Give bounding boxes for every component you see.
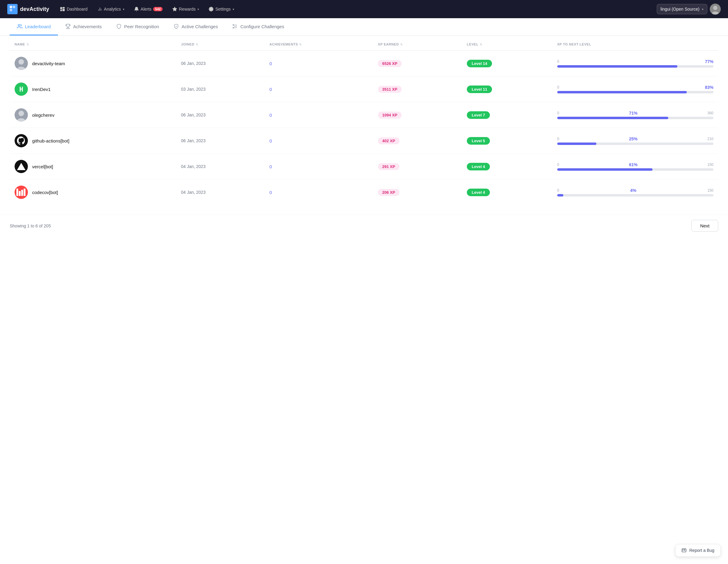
user-joined: 04 Jan, 2023 [176, 154, 265, 180]
report-bug-button[interactable]: Report a Bug [675, 544, 721, 557]
nav-settings[interactable]: Settings ▾ [205, 4, 238, 14]
svg-rect-36 [24, 189, 25, 196]
next-button[interactable]: Next [691, 220, 718, 232]
alerts-badge: 542 [153, 7, 162, 11]
achievements-link[interactable]: 0 [269, 164, 272, 169]
achievements-link[interactable]: 0 [269, 61, 272, 66]
user-joined: 06 Jan, 2023 [176, 128, 265, 154]
progress-percent: 71% [629, 111, 638, 116]
tab-peer-recognition-label: Peer Recognition [124, 24, 159, 29]
tab-leaderboard-label: Leaderboard [25, 24, 51, 29]
svg-rect-6 [60, 10, 62, 11]
org-selector[interactable]: lingui (Open Source) ▾ [657, 4, 707, 14]
user-xp: 1094 XP [373, 102, 462, 128]
progress-min-label: 0 [557, 111, 559, 115]
svg-rect-5 [63, 9, 65, 11]
svg-rect-0 [10, 6, 12, 8]
user-achievements[interactable]: 0 [265, 102, 373, 128]
user-progress: 0 25% 210 [552, 128, 718, 154]
nav-rewards[interactable]: Rewards ▾ [169, 4, 203, 14]
level-badge: Level 5 [467, 137, 490, 145]
progress-bar-cell: 0 83% [557, 85, 713, 93]
progress-bar-cell: 0 4% 150 [557, 188, 713, 197]
rewards-chevron-icon: ▾ [197, 8, 199, 11]
table-row: codecov[bot]04 Jan, 20230206 XPLevel 4 0… [10, 180, 718, 205]
xp-badge: 402 XP [378, 137, 399, 144]
col-achievements[interactable]: ACHIEVEMENTS⇅ [265, 38, 373, 51]
app-logo[interactable]: devActivity [7, 4, 49, 14]
progress-bar-cell: 0 71% 360 [557, 111, 713, 119]
nav-dashboard[interactable]: Dashboard [56, 4, 91, 14]
user-avatar[interactable] [710, 4, 721, 15]
user-achievements[interactable]: 0 [265, 51, 373, 76]
org-name: lingui (Open Source) [661, 7, 699, 12]
achievements-link[interactable]: 0 [269, 190, 272, 195]
progress-min-label: 0 [557, 163, 559, 167]
svg-point-15 [18, 24, 20, 26]
svg-point-20 [233, 27, 234, 28]
user-xp: 6526 XP [373, 51, 462, 76]
svg-point-22 [19, 59, 24, 65]
user-achievements[interactable]: 0 [265, 76, 373, 102]
tab-leaderboard[interactable]: Leaderboard [10, 18, 58, 35]
user-achievements[interactable]: 0 [265, 180, 373, 205]
user-name-cell: codecov[bot] [10, 180, 176, 205]
user-achievements[interactable]: 0 [265, 154, 373, 180]
svg-rect-33 [16, 189, 18, 196]
user-level: Level 5 [462, 128, 552, 154]
user-achievements[interactable]: 0 [265, 128, 373, 154]
col-xp-next-level: XP TO NEXT LEVEL [552, 38, 718, 51]
user-avatar-devactivity-team [15, 57, 28, 70]
achievements-link[interactable]: 0 [269, 87, 272, 92]
progress-bar-fill [557, 168, 652, 171]
tab-peer-recognition[interactable]: Peer Recognition [109, 18, 166, 35]
xp-badge: 6526 XP [378, 60, 402, 67]
level-badge: Level 4 [467, 163, 490, 171]
svg-point-29 [15, 134, 28, 147]
user-xp: 402 XP [373, 128, 462, 154]
level-badge: Level 4 [467, 189, 490, 196]
table-row: devactivity-team06 Jan, 202306526 XPLeve… [10, 51, 718, 76]
report-bug-label: Report a Bug [689, 548, 715, 553]
table-row: github-actions[bot]06 Jan, 20230402 XPLe… [10, 128, 718, 154]
progress-bar-bg [557, 65, 713, 68]
user-progress: 0 4% 150 [552, 180, 718, 205]
col-xp-earned[interactable]: XP EARNED⇅ [373, 38, 462, 51]
progress-bar-cell: 0 25% 210 [557, 137, 713, 145]
level-badge: Level 14 [467, 60, 492, 67]
achievements-link[interactable]: 0 [269, 113, 272, 118]
showing-text: Showing 1 to 6 of 205 [10, 224, 51, 228]
nav-dashboard-label: Dashboard [67, 7, 88, 12]
user-joined: 03 Jan, 2023 [176, 76, 265, 102]
user-xp: 291 XP [373, 154, 462, 180]
achievements-link[interactable]: 0 [269, 138, 272, 144]
user-name-cell: devactivity-team [10, 51, 176, 76]
xp-badge: 206 XP [378, 189, 399, 196]
user-name: codecov[bot] [32, 190, 58, 195]
logo-text: devActivity [20, 6, 49, 12]
level-badge: Level 11 [467, 86, 492, 93]
svg-rect-4 [63, 7, 65, 8]
progress-percent: 25% [629, 137, 638, 141]
nav-alerts-label: Alerts [141, 7, 152, 12]
user-level: Level 4 [462, 180, 552, 205]
settings-chevron-icon: ▾ [233, 8, 234, 11]
progress-bar-bg [557, 143, 713, 145]
tab-configure-challenges[interactable]: Configure Challenges [225, 18, 291, 35]
col-name[interactable]: NAME⇅ [10, 38, 176, 51]
progress-max-label: 150 [707, 163, 713, 167]
user-joined: 04 Jan, 2023 [176, 180, 265, 205]
col-level[interactable]: LEVEL⇅ [462, 38, 552, 51]
nav-alerts[interactable]: Alerts 542 [130, 4, 166, 14]
progress-percent: 77% [705, 59, 713, 64]
tab-active-challenges[interactable]: Active Challenges [166, 18, 225, 35]
user-joined: 06 Jan, 2023 [176, 102, 265, 128]
svg-rect-3 [60, 7, 62, 9]
nav-analytics[interactable]: Analytics ▾ [94, 4, 128, 14]
user-name: IrenDev1 [32, 87, 51, 92]
progress-min-label: 0 [557, 137, 559, 141]
logo-icon [7, 4, 18, 14]
col-joined[interactable]: JOINED⇅ [176, 38, 265, 51]
user-avatar-olegcherev [15, 108, 28, 122]
tab-achievements[interactable]: Achievements [58, 18, 109, 35]
